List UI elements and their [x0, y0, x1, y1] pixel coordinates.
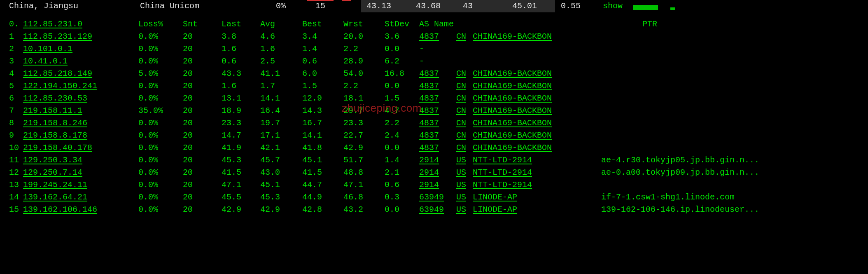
hdr-wrst: Wrst: [343, 18, 385, 30]
hop-avg: 17.1: [260, 129, 302, 142]
hop-snt: 20: [183, 142, 222, 154]
hop-snt: 20: [183, 80, 222, 92]
hop-cc[interactable]: CN: [456, 80, 473, 92]
hop-ip[interactable]: 219.158.8.178: [23, 129, 138, 142]
status-stdev: 0.55: [555, 0, 592, 12]
hop-ip[interactable]: 139.162.64.21: [23, 191, 138, 204]
hop-asname[interactable]: CHINA169-BACKBON: [473, 80, 584, 92]
hop-ip[interactable]: 219.158.11.1: [23, 105, 138, 117]
hop-asname[interactable]: CHINA169-BACKBON: [473, 142, 584, 154]
hop-cc[interactable]: US: [456, 166, 473, 179]
hop-last: 41.9: [222, 142, 260, 154]
hop-wrst: 18.1: [343, 92, 385, 105]
hop-as[interactable]: 2914: [419, 179, 456, 191]
hop-asname[interactable]: NTT-LTD-2914: [473, 154, 584, 166]
hop-ip[interactable]: 219.158.40.178: [23, 142, 138, 154]
hop-ip[interactable]: 199.245.24.11: [23, 179, 138, 191]
hop-loss: 0.0%: [138, 179, 183, 191]
hop-cc[interactable]: US: [456, 204, 473, 216]
hop-best: 1.4: [302, 43, 343, 55]
hop-ip[interactable]: 129.250.7.14: [23, 166, 138, 179]
hop-cc[interactable]: CN: [456, 92, 473, 105]
hop-as[interactable]: 4837: [419, 80, 456, 92]
hop-as[interactable]: 2914: [419, 154, 456, 166]
hop-ip[interactable]: 219.158.8.246: [23, 117, 138, 129]
hop-ip[interactable]: 139.162.106.146: [23, 204, 138, 216]
hop-as[interactable]: 2914: [419, 166, 456, 179]
hop-cc[interactable]: CN: [456, 30, 473, 43]
hop-as: -: [419, 43, 456, 55]
hop-row: 8219.158.8.2460.0%2023.319.716.723.32.24…: [0, 117, 868, 129]
hop-as[interactable]: 63949: [419, 191, 456, 204]
status-samples: 15: [315, 0, 361, 12]
hop-ip[interactable]: 10.41.0.1: [23, 55, 138, 68]
hop-avg: 4.6: [260, 30, 302, 43]
hop-last: 41.5: [222, 166, 260, 179]
hop-asname[interactable]: CHINA169-BACKBON: [473, 68, 584, 80]
hop-as[interactable]: 4837: [419, 105, 456, 117]
hop-last: 1.6: [222, 80, 260, 92]
red-marker-2: [342, 0, 351, 1]
hop-snt: 20: [183, 154, 222, 166]
hop-asname[interactable]: CHINA169-BACKBON: [473, 92, 584, 105]
hop-best: 41.5: [302, 166, 343, 179]
hop-row: 5122.194.150.2410.0%201.61.71.52.20.0483…: [0, 80, 868, 92]
hop-asname[interactable]: CHINA169-BACKBON: [473, 30, 584, 43]
status-best: 43: [457, 0, 506, 12]
hop-as[interactable]: 4837: [419, 129, 456, 142]
show-button[interactable]: show: [592, 0, 633, 12]
hop-as[interactable]: 4837: [419, 142, 456, 154]
hop-stdev: 1.5: [385, 92, 419, 105]
hop-asname[interactable]: NTT-LTD-2914: [473, 179, 584, 191]
hop-ip[interactable]: 122.194.150.241: [23, 80, 138, 92]
hop-loss: 0.0%: [138, 142, 183, 154]
hop-asname[interactable]: CHINA169-BACKBON: [473, 117, 584, 129]
hop-as[interactable]: 4837: [419, 68, 456, 80]
hop-best: 12.9: [302, 92, 343, 105]
hop-number: 5: [0, 80, 23, 92]
hop-cc[interactable]: CN: [456, 117, 473, 129]
hop-avg: 42.1: [260, 142, 302, 154]
hop-avg: 2.5: [260, 55, 302, 68]
hdr-asname: AS Name: [419, 18, 584, 30]
hdr-source-ip[interactable]: 112.85.231.0: [23, 18, 138, 30]
hop-row: 10219.158.40.1780.0%2041.942.141.842.90.…: [0, 142, 868, 154]
hop-number: 11: [0, 154, 23, 166]
hop-number: 13: [0, 179, 23, 191]
hop-as[interactable]: 63949: [419, 204, 456, 216]
status-worst: 45.01: [506, 0, 555, 12]
hop-ip[interactable]: 10.101.0.1: [23, 43, 138, 55]
hop-stdev: 16.8: [385, 68, 419, 80]
hop-asname[interactable]: LINODE-AP: [473, 191, 584, 204]
hop-asname[interactable]: LINODE-AP: [473, 204, 584, 216]
hop-ip[interactable]: 112.85.218.149: [23, 68, 138, 80]
hop-asname[interactable]: CHINA169-BACKBON: [473, 129, 584, 142]
hop-ip[interactable]: 112.85.231.129: [23, 30, 138, 43]
hop-as[interactable]: 4837: [419, 117, 456, 129]
hop-as[interactable]: 4837: [419, 30, 456, 43]
header-row: 0. 112.85.231.0 Loss% Snt Last Avg Best …: [0, 18, 868, 30]
hop-asname[interactable]: CHINA169-BACKBON: [473, 105, 584, 117]
hop-cc[interactable]: CN: [456, 68, 473, 80]
hop-snt: 20: [183, 68, 222, 80]
hop-cc[interactable]: US: [456, 154, 473, 166]
hop-best: 14.3: [302, 105, 343, 117]
hop-cc[interactable]: US: [456, 179, 473, 191]
hop-wrst: 47.1: [343, 179, 385, 191]
hop-cc[interactable]: US: [456, 191, 473, 204]
hop-as[interactable]: 4837: [419, 92, 456, 105]
hop-cc[interactable]: CN: [456, 129, 473, 142]
hop-number: 2: [0, 43, 23, 55]
hop-stdev: 2.2: [385, 117, 419, 129]
hop-loss: 0.0%: [138, 117, 183, 129]
hop-asname[interactable]: NTT-LTD-2914: [473, 166, 584, 179]
hop-avg: 16.4: [260, 105, 302, 117]
hop-cc[interactable]: CN: [456, 105, 473, 117]
hop-ip[interactable]: 112.85.230.53: [23, 92, 138, 105]
hop-wrst: 54.0: [343, 68, 385, 80]
hop-ip[interactable]: 129.250.3.34: [23, 154, 138, 166]
hop-avg: 45.7: [260, 154, 302, 166]
hop-best: 44.7: [302, 179, 343, 191]
hop-number: 1: [0, 30, 23, 43]
hop-cc[interactable]: CN: [456, 142, 473, 154]
